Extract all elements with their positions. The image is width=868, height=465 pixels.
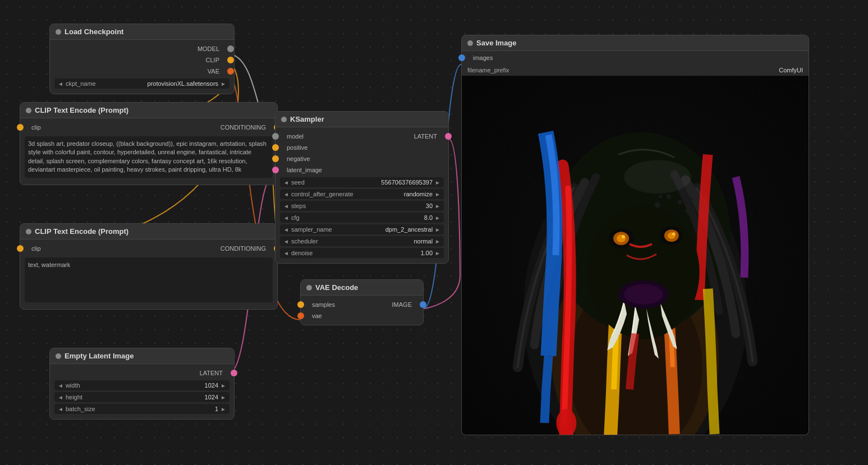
- height-arrow-right[interactable]: ►: [221, 394, 226, 400]
- width-arrow-right[interactable]: ►: [221, 383, 226, 389]
- ksampler-model-row: model LATENT: [275, 131, 448, 142]
- clip1-title: CLIP Text Encode (Prompt): [35, 106, 128, 114]
- save-body: images filename_prefix ComfyUI: [462, 51, 809, 435]
- control-arrow-right[interactable]: ►: [435, 191, 440, 197]
- checkpoint-body: MODEL CLIP VAE ◄ ckpt_name protovisionXL…: [50, 40, 234, 94]
- ksampler-latent-dot[interactable]: [445, 133, 452, 140]
- image-preview: [462, 76, 809, 435]
- scheduler-arrow-right[interactable]: ►: [435, 238, 440, 245]
- batch-arrow-right[interactable]: ►: [221, 406, 226, 412]
- sampler-widget[interactable]: ◄ sampler_name dpm_2_ancestral ►: [280, 224, 444, 234]
- batch-arrow-left[interactable]: ◄: [58, 406, 63, 412]
- control-widget[interactable]: ◄ control_after_generate randomize ►: [280, 189, 444, 199]
- ksampler-positive-row: positive: [275, 142, 448, 153]
- seed-widget[interactable]: ◄ seed 556706376695397 ►: [280, 177, 444, 187]
- node-clip2: CLIP Text Encode (Prompt) clip CONDITION…: [20, 223, 278, 310]
- ksampler-body: model LATENT positive negative latent_im…: [275, 127, 448, 263]
- svg-point-22: [690, 197, 693, 201]
- ksampler-positive-label: positive: [282, 143, 312, 152]
- batch-widget[interactable]: ◄ batch_size 1 ►: [54, 404, 229, 414]
- filename-value[interactable]: ComfyUI: [779, 67, 803, 73]
- checkpoint-title: Load Checkpoint: [65, 27, 123, 36]
- checkpoint-dot: [56, 29, 61, 35]
- cfg-widget[interactable]: ◄ cfg 8.0 ►: [280, 213, 444, 223]
- width-label: width: [66, 382, 205, 389]
- clip1-body: clip CONDITIONING 3d splash art, predato…: [20, 118, 277, 185]
- denoise-widget[interactable]: ◄ denoise 1.00 ►: [280, 248, 444, 258]
- vae-port-label: VAE: [203, 67, 224, 76]
- width-arrow-left[interactable]: ◄: [58, 383, 63, 389]
- ckpt-arrow-left[interactable]: ◄: [58, 81, 63, 87]
- latent-right-port: LATENT: [195, 369, 234, 377]
- steps-arrow-left[interactable]: ◄: [283, 203, 289, 209]
- vae-samples-left: samples: [301, 300, 339, 309]
- model-port-dot[interactable]: [227, 45, 234, 52]
- seed-arrow-left[interactable]: ◄: [283, 179, 289, 186]
- cfg-value: 8.0: [424, 214, 433, 221]
- ksampler-latent-input-dot[interactable]: [272, 167, 279, 173]
- vae-image-label: IMAGE: [388, 300, 416, 309]
- steps-widget[interactable]: ◄ steps 30 ►: [280, 201, 444, 211]
- vae-vae-label: vae: [307, 311, 327, 320]
- steps-arrow-right[interactable]: ►: [435, 203, 440, 209]
- vae-vae-dot[interactable]: [297, 312, 304, 319]
- vae-title: VAE Decode: [315, 283, 358, 292]
- vae-samples-dot[interactable]: [297, 301, 304, 308]
- scheduler-value: normal: [414, 238, 433, 245]
- clip1-clip-dot[interactable]: [17, 124, 24, 131]
- cfg-arrow-left[interactable]: ◄: [283, 215, 289, 221]
- clip1-header: CLIP Text Encode (Prompt): [20, 103, 277, 118]
- denoise-value: 1.00: [421, 250, 433, 256]
- vae-image-dot[interactable]: [420, 301, 426, 308]
- scheduler-label: scheduler: [291, 238, 414, 245]
- ksampler-latent-right: LATENT: [410, 132, 448, 141]
- clip2-text[interactable]: text, watermark: [25, 257, 273, 302]
- width-widget[interactable]: ◄ width 1024 ►: [54, 380, 229, 390]
- sampler-label: sampler_name: [291, 226, 385, 233]
- control-arrow-left[interactable]: ◄: [283, 191, 289, 197]
- svg-point-24: [624, 284, 663, 305]
- scheduler-arrow-left[interactable]: ◄: [283, 238, 289, 245]
- scheduler-widget[interactable]: ◄ scheduler normal ►: [280, 236, 444, 246]
- sampler-value: dpm_2_ancestral: [385, 226, 433, 233]
- node-save: Save Image images filename_prefix ComfyU…: [461, 35, 809, 435]
- clip1-text[interactable]: 3d splash art, predator closeup, ((black…: [25, 136, 273, 178]
- save-images-dot[interactable]: [458, 54, 465, 61]
- node-vae: VAE Decode samples IMAGE vae: [300, 279, 424, 325]
- vae-samples-label: samples: [307, 300, 339, 309]
- clip-port-dot[interactable]: [227, 57, 234, 63]
- svg-point-20: [678, 200, 682, 204]
- clip1-dot: [26, 108, 31, 113]
- latent-latent-dot[interactable]: [231, 370, 237, 376]
- seed-label: seed: [291, 179, 381, 186]
- ksampler-negative-dot[interactable]: [272, 155, 279, 162]
- ckpt-value: protovisionXL.safetensors: [148, 80, 219, 87]
- save-images-label: images: [469, 53, 497, 62]
- height-widget[interactable]: ◄ height 1024 ►: [54, 392, 229, 402]
- seed-arrow-right[interactable]: ►: [435, 179, 440, 186]
- height-arrow-left[interactable]: ◄: [58, 394, 63, 400]
- sampler-arrow-right[interactable]: ►: [435, 227, 440, 233]
- ckpt-label: ckpt_name: [66, 80, 148, 87]
- node-checkpoint: Load Checkpoint MODEL CLIP VAE ◄: [49, 24, 235, 94]
- vae-port-dot[interactable]: [227, 68, 234, 75]
- sampler-arrow-left[interactable]: ◄: [283, 227, 289, 233]
- clip2-clip-dot[interactable]: [17, 245, 24, 252]
- ckpt-arrow-right[interactable]: ►: [221, 81, 226, 87]
- ksampler-positive-dot[interactable]: [272, 144, 279, 151]
- height-value: 1024: [205, 394, 218, 400]
- ksampler-model-dot[interactable]: [272, 133, 279, 140]
- denoise-arrow-left[interactable]: ◄: [283, 250, 289, 256]
- cfg-arrow-right[interactable]: ►: [435, 215, 440, 221]
- vae-body: samples IMAGE vae: [301, 296, 423, 325]
- filename-label: filename_prefix: [467, 67, 509, 73]
- latent-title: Empty Latent Image: [65, 352, 134, 360]
- clip2-body: clip CONDITIONING text, watermark: [20, 240, 277, 309]
- ksampler-title: KSampler: [290, 115, 324, 123]
- vae-vae-left: vae: [301, 311, 327, 320]
- seed-value: 556706376695397: [381, 179, 433, 186]
- save-header: Save Image: [462, 35, 809, 51]
- denoise-arrow-right[interactable]: ►: [435, 250, 440, 256]
- node-clip1: CLIP Text Encode (Prompt) clip CONDITION…: [20, 102, 278, 185]
- ckpt-widget[interactable]: ◄ ckpt_name protovisionXL.safetensors ►: [54, 79, 229, 89]
